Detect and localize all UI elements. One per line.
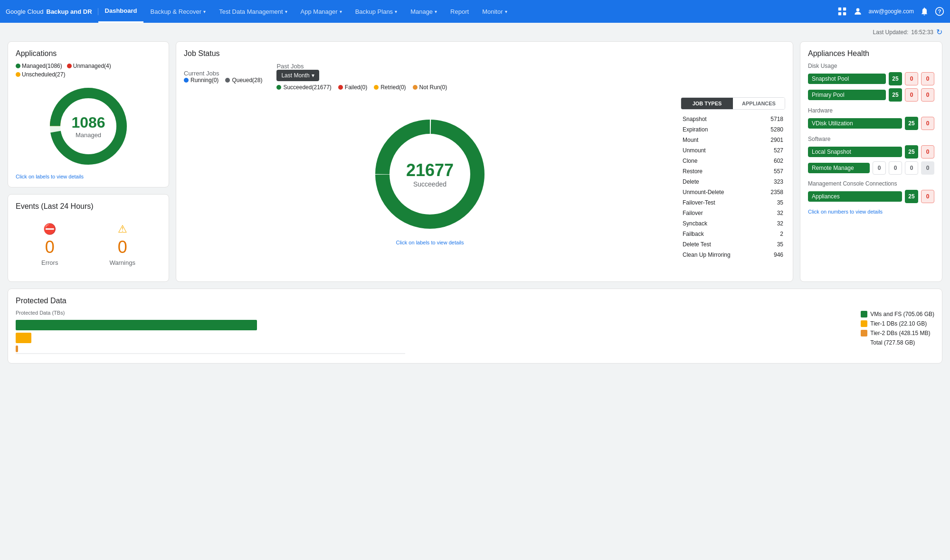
time-filter-dropdown[interactable]: Last Month ▾ — [276, 70, 319, 81]
failed-badge[interactable]: Failed(0) — [338, 84, 367, 91]
legend-unmanaged[interactable]: Unmanaged(4) — [67, 63, 111, 69]
job-type-name: Snapshot — [682, 114, 760, 124]
nav-manage[interactable]: Manage ▾ — [404, 0, 444, 23]
unscheduled-label: Unscheduled(27) — [22, 71, 65, 78]
job-type-row[interactable]: Failover-Test35 — [682, 198, 784, 207]
retried-dot — [374, 85, 379, 90]
health-badge[interactable]: 0 — [905, 161, 918, 175]
health-badge[interactable]: 0 — [921, 161, 934, 175]
nav-backup-plans[interactable]: Backup Plans ▾ — [349, 0, 404, 23]
protected-data-body: Protected Data (TBs) 0 50 1 — [16, 310, 934, 355]
job-type-row[interactable]: Clean Up Mirroring946 — [682, 250, 784, 260]
job-type-count: 35 — [761, 240, 784, 249]
job-type-name: Delete Test — [682, 240, 760, 249]
job-type-row[interactable]: Mount2901 — [682, 135, 784, 145]
bar-chart-svg: 0 50 100 150 200 250 300 350 400 450 500 — [16, 317, 405, 355]
notrun-dot — [413, 85, 418, 90]
nav-test-data[interactable]: Test Data Management ▾ — [212, 0, 294, 23]
tab-appliances[interactable]: APPLIANCES — [733, 98, 785, 109]
job-type-name: Clean Up Mirroring — [682, 250, 760, 260]
notrun-badge[interactable]: Not Run(0) — [413, 84, 447, 91]
job-type-name: Clone — [682, 156, 760, 166]
health-badge[interactable]: 0 — [921, 88, 934, 102]
health-badge[interactable]: 0 — [921, 190, 934, 203]
queued-badge[interactable]: Queued(28) — [225, 77, 262, 84]
job-type-row[interactable]: Syncback32 — [682, 219, 784, 228]
health-badge[interactable]: 0 — [873, 161, 886, 175]
nav-backup-recover[interactable]: Backup & Recover ▾ — [143, 0, 212, 23]
job-status-card: Job Status Current Jobs Running(0) Queue… — [176, 41, 793, 282]
help-icon[interactable]: ? — [935, 7, 944, 16]
chevron-down-icon: ▾ — [203, 9, 206, 14]
health-badge[interactable]: 25 — [889, 88, 902, 102]
job-donut-container: 21677 Succeeded — [368, 112, 492, 236]
health-section-title: Hardware — [808, 107, 934, 114]
job-type-name: Expiration — [682, 125, 760, 134]
legend-managed[interactable]: Managed(1086) — [16, 63, 62, 69]
health-footer[interactable]: Click on numbers to view details — [808, 209, 934, 215]
past-jobs-section: Past Jobs Last Month ▾ Succeeded(21677) — [276, 63, 447, 91]
job-type-name: Delete — [682, 177, 760, 187]
errors-item[interactable]: ⛔ 0 Errors — [41, 223, 58, 266]
health-badge[interactable]: 0 — [921, 117, 934, 130]
refresh-icon[interactable]: ↻ — [936, 28, 942, 37]
applications-card: Applications Managed(1086) Unmanaged(4) … — [8, 41, 169, 187]
nav-app-manager[interactable]: App Manager ▾ — [294, 0, 349, 23]
nav-dashboard[interactable]: Dashboard — [98, 0, 144, 23]
legend-unscheduled[interactable]: Unscheduled(27) — [16, 71, 161, 78]
user-icon[interactable] — [853, 7, 863, 16]
health-badge[interactable]: 0 — [905, 72, 918, 85]
job-footer[interactable]: Click on labels to view details — [396, 240, 464, 245]
job-type-row[interactable]: Delete Test35 — [682, 240, 784, 249]
applications-footer[interactable]: Click on labels to view details — [16, 174, 161, 179]
job-type-row[interactable]: Restore557 — [682, 167, 784, 176]
bell-icon[interactable] — [920, 7, 929, 16]
svg-text:300: 300 — [246, 355, 254, 355]
succeeded-label: Succeeded(21677) — [283, 84, 331, 91]
health-badge[interactable]: 25 — [889, 72, 902, 85]
health-row: Appliances250 — [808, 190, 934, 203]
job-type-row[interactable]: Snapshot5718 — [682, 114, 784, 124]
job-type-row[interactable]: Clone602 — [682, 156, 784, 166]
job-type-count: 2358 — [761, 187, 784, 197]
health-badge[interactable]: 0 — [905, 88, 918, 102]
warnings-item[interactable]: ⚠ 0 Warnings — [110, 223, 135, 266]
job-type-count: 557 — [761, 167, 784, 176]
job-type-row[interactable]: Unmount-Delete2358 — [682, 187, 784, 197]
running-badge[interactable]: Running(0) — [184, 77, 218, 84]
tab-job-types[interactable]: JOB TYPES — [681, 98, 733, 109]
nav-report[interactable]: Report — [444, 0, 475, 23]
health-badge[interactable]: 25 — [905, 145, 918, 159]
health-section: Management Console ConnectionsAppliances… — [808, 180, 934, 203]
svg-text:350: 350 — [285, 355, 293, 355]
health-row-label: Primary Pool — [808, 90, 886, 100]
brand: Google Cloud Backup and DR — [6, 8, 98, 15]
svg-text:500: 500 — [401, 355, 405, 355]
health-badge[interactable]: 0 — [921, 145, 934, 159]
job-type-name: Unmount — [682, 146, 760, 155]
health-badge[interactable]: 25 — [905, 190, 918, 203]
running-label: Running(0) — [190, 77, 218, 84]
user-email: avw@google.com — [868, 8, 914, 15]
grid-icon[interactable] — [837, 6, 847, 17]
succeeded-badge[interactable]: Succeeded(21677) — [276, 84, 331, 91]
health-sections: Disk UsageSnapshot Pool2500Primary Pool2… — [808, 63, 934, 203]
svg-text:100: 100 — [90, 355, 98, 355]
vms-legend-box — [861, 311, 867, 317]
succeeded-dot — [276, 85, 281, 90]
job-type-row[interactable]: Delete323 — [682, 177, 784, 187]
job-type-row[interactable]: Expiration5280 — [682, 125, 784, 134]
error-label: Errors — [41, 259, 58, 266]
job-type-row[interactable]: Unmount527 — [682, 146, 784, 155]
chart-area: Protected Data (TBs) 0 50 1 — [16, 310, 851, 355]
health-badge[interactable]: 0 — [921, 72, 934, 85]
legend-tier1: Tier-1 DBs (22.10 GB) — [861, 320, 934, 327]
health-badge[interactable]: 0 — [889, 161, 902, 175]
health-badge[interactable]: 25 — [905, 117, 918, 130]
job-type-row[interactable]: Failover32 — [682, 208, 784, 218]
retried-badge[interactable]: Retried(0) — [374, 84, 406, 91]
notrun-label: Not Run(0) — [419, 84, 447, 91]
nav-monitor[interactable]: Monitor ▾ — [475, 0, 513, 23]
managed-dot — [16, 64, 20, 68]
job-type-row[interactable]: Failback2 — [682, 229, 784, 239]
